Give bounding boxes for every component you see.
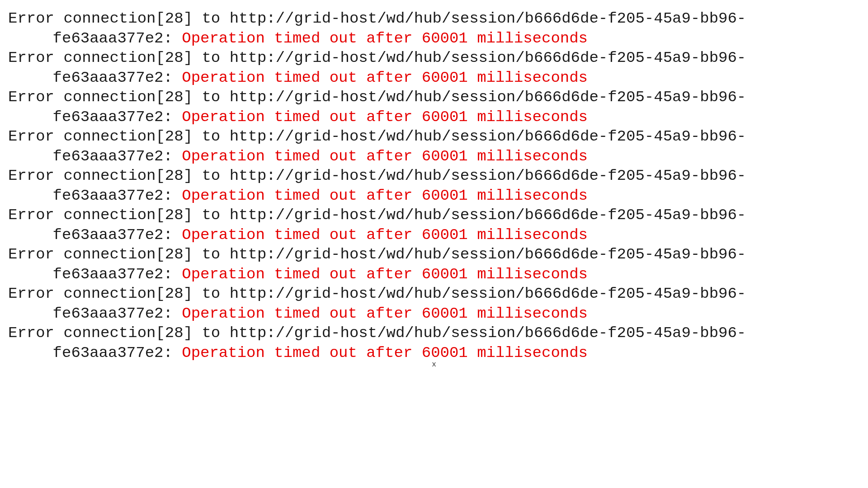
log-error-message: Operation timed out after 60001 millisec… [182,148,588,165]
log-line: Error connection[28] to http://grid-host… [8,166,860,206]
log-error-message: Operation timed out after 60001 millisec… [182,305,588,322]
log-error-message: Operation timed out after 60001 millisec… [182,69,588,86]
log-line: Error connection[28] to http://grid-host… [8,324,860,363]
log-error-message: Operation timed out after 60001 millisec… [182,266,588,283]
log-error-message: Operation timed out after 60001 millisec… [182,30,588,47]
log-line: Error connection[28] to http://grid-host… [8,284,860,324]
log-line: Error connection[28] to http://grid-host… [8,127,860,166]
log-line: Error connection[28] to http://grid-host… [8,245,860,284]
log-error-message: Operation timed out after 60001 millisec… [182,344,588,361]
log-error-message: Operation timed out after 60001 millisec… [182,108,588,126]
log-line: Error connection[28] to http://grid-host… [8,88,860,127]
log-output: Error connection[28] to http://grid-host… [8,9,860,363]
log-line: Error connection[28] to http://grid-host… [8,206,860,245]
log-error-message: Operation timed out after 60001 millisec… [182,226,588,244]
log-line: Error connection[28] to http://grid-host… [8,9,860,48]
log-line: Error connection[28] to http://grid-host… [8,48,860,88]
log-error-message: Operation timed out after 60001 millisec… [182,187,588,204]
